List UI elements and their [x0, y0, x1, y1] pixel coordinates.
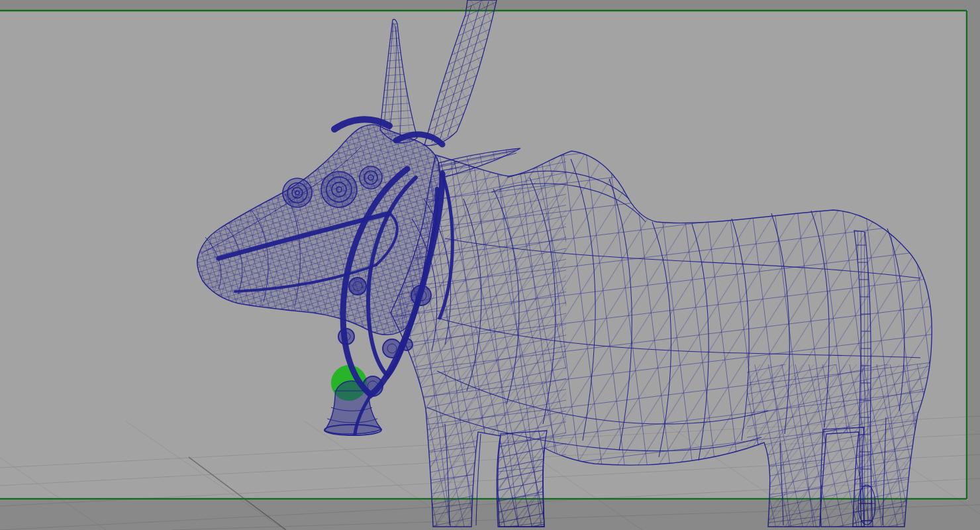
bell: [383, 339, 401, 358]
viewport-canvas[interactable]: [0, 0, 980, 530]
gate-mask-right: [968, 10, 980, 500]
bell: [349, 278, 366, 295]
gate-mask-top: [0, 0, 980, 10]
gate-mask-bottom: [0, 500, 980, 530]
viewport[interactable]: [0, 0, 980, 530]
bell: [411, 286, 431, 305]
bell: [338, 329, 354, 344]
bell: [401, 339, 413, 350]
